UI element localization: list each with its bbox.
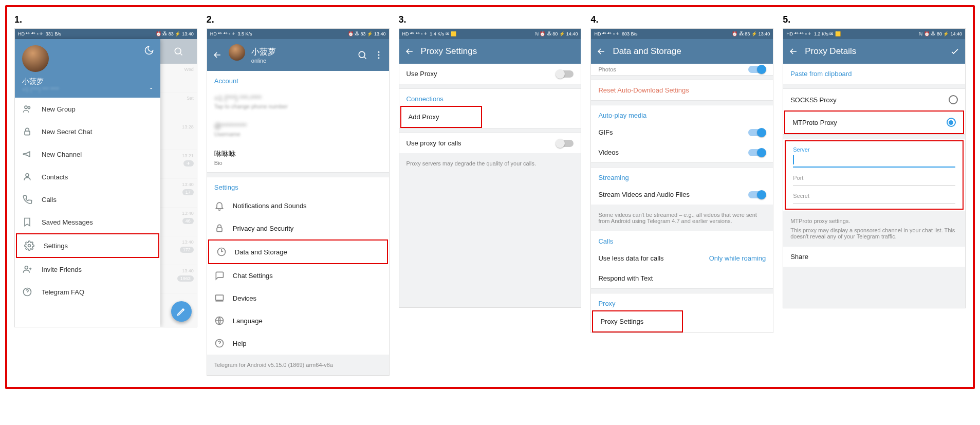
row-mtproto[interactable]: MTProto Proxy [784,110,964,134]
step-5-label: 5. [783,14,966,25]
secret-label: Secret [793,193,955,199]
row-add-proxy[interactable]: Add Proxy [400,106,482,128]
confirm-icon[interactable] [950,46,960,57]
row-language[interactable]: Language [207,309,389,332]
drawer-saved-messages[interactable]: Saved Messages [15,211,160,233]
row-proxy-settings[interactable]: Proxy Settings [592,310,683,332]
svg-point-3 [26,174,29,177]
row-use-proxy[interactable]: Use Proxy [399,64,581,84]
svg-point-4 [28,245,31,247]
row-chat-settings[interactable]: Chat Settings [207,264,389,287]
account-header: Account [207,71,389,88]
step-2-label: 2. [207,14,390,25]
secret-input[interactable] [793,199,955,204]
row-use-proxy-calls[interactable]: Use proxy for calls [399,133,581,153]
input-secret-group[interactable]: Secret [786,188,963,206]
back-icon[interactable] [404,46,415,57]
nav-drawer: 小菠萝 +1 (***) *** **** New Group New Secr… [15,39,160,327]
row-socks5[interactable]: SOCKS5 Proxy [783,89,965,110]
appbar-proxy-details: Proxy Details [783,39,965,64]
svg-point-7 [175,48,181,54]
search-icon[interactable] [357,50,367,60]
chat-list-backdrop: Wed Sat 13:28 13:21✈ 13:4017 13:4046 13:… [160,39,197,327]
row-data-storage[interactable]: Data and Storage [208,239,388,264]
row-use-less-data[interactable]: Use less data for callsOnly while roamin… [591,248,773,268]
step-3-label: 3. [399,14,582,25]
empty-footer [783,267,965,308]
back-icon[interactable] [212,50,223,60]
row-bio[interactable]: 咻咻咻Bio [207,143,389,172]
calls-header: Calls [591,231,773,248]
chevron-down-icon[interactable] [148,85,154,91]
proxy-hint: Proxy servers may degrade the quality of… [399,153,581,307]
row-videos[interactable]: Videos [591,142,773,162]
avatar[interactable] [22,45,49,72]
svg-point-8 [359,51,365,58]
input-port-group[interactable]: Port [786,170,963,188]
step-1-label: 1. [14,14,197,25]
drawer-invite-friends[interactable]: Invite Friends [15,258,160,281]
statusbar: HD ⁴⁶ ⁴⁶ ▫ ᯤ 331 B/s ⏰ ⁂ 83 ⚡13:40 [15,29,197,39]
toggle-proxy-calls [556,140,574,147]
profile-status: online [251,58,351,64]
avatar[interactable] [229,44,245,61]
phone-2: HD ⁴⁶ ⁴⁶ ▫ ᯤ 3.5 K/s⏰ ⁂ 83 ⚡13:40 小菠萝 on… [207,28,390,376]
toggle-photos [748,66,766,73]
drawer-contacts[interactable]: Contacts [15,165,160,188]
drawer-telegram-faq[interactable]: Telegram FAQ [15,281,160,303]
phone-3: HD ⁴⁶ ⁴⁶ ▫ ᯤ 1.4 K/s ✉ 🟨ℕ ⏰ ⁂ 80 ⚡14:40 … [399,28,582,308]
row-help[interactable]: Help [207,332,389,355]
server-input[interactable] [793,153,955,168]
server-label: Server [793,146,955,153]
row-share[interactable]: Share [783,247,965,267]
toggle-use-proxy [556,70,574,78]
svg-point-9 [378,51,379,53]
compose-fab[interactable] [171,301,192,322]
drawer-new-secret-chat[interactable]: New Secret Chat [15,120,160,143]
drawer-username: 小菠萝 [22,77,153,86]
phone-1: HD ⁴⁶ ⁴⁶ ▫ ᯤ 331 B/s ⏰ ⁂ 83 ⚡13:40 小菠萝 +… [14,28,197,327]
stream-hint: Some videos can't be streamed – e.g., al… [591,205,773,231]
phone-5: HD ⁴⁶ ⁴⁶ ▫ ᯤ 1.2 K/s ✉ 🟨ℕ ⏰ ⁂ 80 ⚡14:40 … [783,28,966,308]
row-privacy[interactable]: Privacy and Security [207,217,389,239]
search-icon[interactable] [173,46,183,57]
version-footer: Telegram for Android v5.15.0 (1869) arm6… [207,355,389,375]
row-respond-text[interactable]: Respond with Text [591,268,773,288]
input-server-group[interactable]: Server [786,141,963,170]
toggle-videos [748,149,766,156]
row-gifs[interactable]: GIFs [591,122,773,142]
profile-name: 小菠萝 [251,47,351,58]
mtproto-info: MTProto proxy settings. This proxy may d… [783,211,965,247]
svg-point-0 [25,106,27,108]
row-stream[interactable]: Stream Videos and Audio Files [591,184,773,205]
port-input[interactable] [793,181,955,186]
row-reset-autodownload[interactable]: Reset Auto-Download Settings [591,80,773,100]
drawer-new-group[interactable]: New Group [15,98,160,120]
tutorial-frame: 1. HD ⁴⁶ ⁴⁶ ▫ ᯤ 331 B/s ⏰ ⁂ 83 ⚡13:40 小菠… [5,5,975,389]
phone-4: HD ⁴⁶ ⁴⁶ ▫ ᯤ 603 B/s⏰ ⁂ 83 ⚡13:40 Data a… [590,28,773,333]
svg-point-11 [378,57,379,59]
more-icon[interactable] [374,50,384,60]
drawer-calls[interactable]: Calls [15,188,160,211]
toggle-gifs [748,129,766,136]
streaming-header: Streaming [591,168,773,184]
row-paste-clipboard[interactable]: Paste from clipboard [783,64,965,84]
connections-header: Connections [399,89,581,106]
profile-header: 小菠萝 online [207,39,389,71]
radio-socks5 [949,95,958,104]
night-mode-icon[interactable] [144,45,154,56]
back-icon[interactable] [596,46,606,57]
back-icon[interactable] [788,46,799,57]
row-devices[interactable]: Devices [207,287,389,309]
drawer-settings[interactable]: Settings [16,233,159,258]
row-notifications[interactable]: Notifications and Sounds [207,194,389,217]
row-username[interactable]: @*********Username [207,116,389,143]
drawer-new-channel[interactable]: New Channel [15,143,160,165]
row-photos[interactable]: Photos [591,64,773,75]
appbar-data-storage: Data and Storage [591,39,773,64]
drawer-phone: +1 (***) *** **** [22,86,153,93]
title: Proxy Details [805,46,944,57]
row-phone[interactable]: +1 (***) ***-****Tap to change phone num… [207,88,389,116]
svg-rect-2 [25,131,30,135]
svg-rect-14 [215,295,223,300]
